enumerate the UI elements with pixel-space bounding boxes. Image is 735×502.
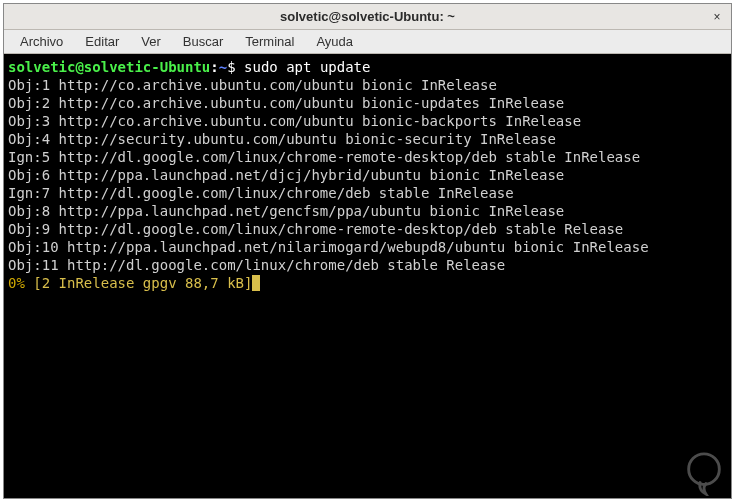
prompt-sep: : <box>210 59 218 75</box>
output-line: Obj:9 http://dl.google.com/linux/chrome-… <box>8 220 727 238</box>
output-line: Obj:10 http://ppa.launchpad.net/nilarimo… <box>8 238 727 256</box>
menu-archivo[interactable]: Archivo <box>10 32 73 51</box>
cursor-icon <box>252 275 260 291</box>
menu-editar[interactable]: Editar <box>75 32 129 51</box>
menu-ver[interactable]: Ver <box>131 32 171 51</box>
svg-point-0 <box>689 454 720 485</box>
prompt-dollar: $ <box>227 59 235 75</box>
output-line: Ign:5 http://dl.google.com/linux/chrome-… <box>8 148 727 166</box>
progress-line: 0% [2 InRelease gpgv 88,7 kB] <box>8 274 727 292</box>
progress-pct: 0% <box>8 275 25 291</box>
prompt-userhost: solvetic@solvetic-Ubuntu <box>8 59 210 75</box>
menu-terminal[interactable]: Terminal <box>235 32 304 51</box>
output-line: Obj:4 http://security.ubuntu.com/ubuntu … <box>8 130 727 148</box>
menu-buscar[interactable]: Buscar <box>173 32 233 51</box>
menubar: Archivo Editar Ver Buscar Terminal Ayuda <box>4 30 731 54</box>
close-icon[interactable]: × <box>709 9 725 25</box>
prompt-path: ~ <box>219 59 227 75</box>
progress-rest: [2 InRelease gpgv 88,7 kB] <box>25 275 253 291</box>
titlebar[interactable]: solvetic@solvetic-Ubuntu: ~ × <box>4 4 731 30</box>
output-line: Obj:6 http://ppa.launchpad.net/djcj/hybr… <box>8 166 727 184</box>
output-line: Ign:7 http://dl.google.com/linux/chrome/… <box>8 184 727 202</box>
speech-bubble-icon <box>681 450 727 496</box>
output-line: Obj:2 http://co.archive.ubuntu.com/ubunt… <box>8 94 727 112</box>
terminal-window: solvetic@solvetic-Ubuntu: ~ × Archivo Ed… <box>3 3 732 499</box>
menu-ayuda[interactable]: Ayuda <box>306 32 363 51</box>
output-line: Obj:11 http://dl.google.com/linux/chrome… <box>8 256 727 274</box>
output-line: Obj:8 http://ppa.launchpad.net/gencfsm/p… <box>8 202 727 220</box>
prompt-line: solvetic@solvetic-Ubuntu:~$ sudo apt upd… <box>8 58 727 76</box>
terminal-view[interactable]: solvetic@solvetic-Ubuntu:~$ sudo apt upd… <box>4 54 731 498</box>
output-line: Obj:3 http://co.archive.ubuntu.com/ubunt… <box>8 112 727 130</box>
output-line: Obj:1 http://co.archive.ubuntu.com/ubunt… <box>8 76 727 94</box>
typed-command: sudo apt update <box>244 59 370 75</box>
window-title: solvetic@solvetic-Ubuntu: ~ <box>280 9 455 24</box>
